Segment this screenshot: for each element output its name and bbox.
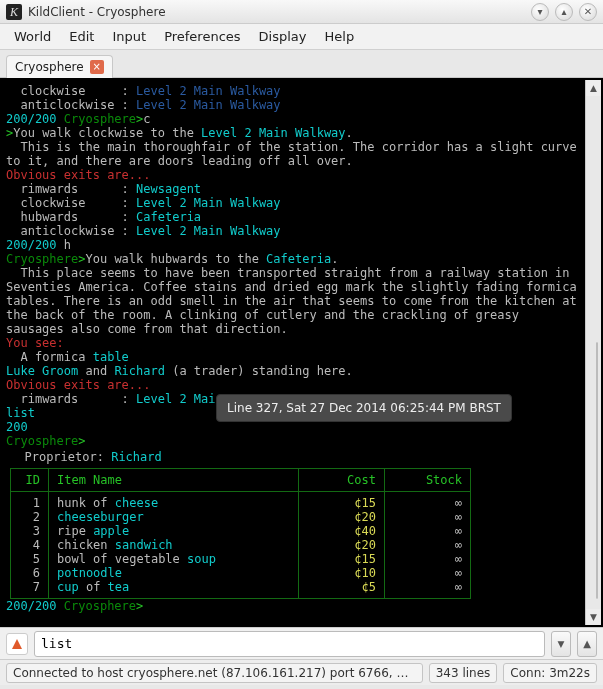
app-icon: K (6, 4, 22, 20)
table-row: 6potnoodle¢10∞ (11, 566, 471, 580)
close-button[interactable]: ✕ (579, 3, 597, 21)
menu-edit[interactable]: Edit (61, 26, 102, 47)
tab-label: Cryosphere (15, 60, 84, 74)
titlebar: K KildClient - Cryosphere ▾ ▴ ✕ (0, 0, 603, 24)
maximize-button[interactable]: ▴ (555, 3, 573, 21)
table-row: 3ripe apple¢40∞ (11, 524, 471, 538)
status-connection: Connected to host cryosphere.net (87.106… (6, 663, 423, 683)
table-row: 1hunk of cheese¢15∞ (11, 492, 471, 511)
scroll-down-icon[interactable]: ▼ (586, 609, 601, 625)
table-row: 7cup of tea¢5∞ (11, 580, 471, 599)
inputbar: ▼ ▲ (0, 627, 603, 659)
send-button[interactable]: ▲ (577, 631, 597, 657)
table-row: 2cheeseburger¢20∞ (11, 510, 471, 524)
history-dropdown[interactable]: ▼ (551, 631, 571, 657)
window-title: KildClient - Cryosphere (28, 5, 525, 19)
command-input[interactable] (34, 631, 545, 657)
statusbar: Connected to host cryosphere.net (87.106… (0, 659, 603, 685)
menu-preferences[interactable]: Preferences (156, 26, 248, 47)
tab-cryosphere[interactable]: Cryosphere × (6, 55, 113, 78)
menu-help[interactable]: Help (317, 26, 363, 47)
table-row: 4chicken sandwich¢20∞ (11, 538, 471, 552)
menu-input[interactable]: Input (104, 26, 154, 47)
world-icon[interactable] (6, 633, 28, 655)
terminal[interactable]: clockwise : Level 2 Main Walkway anticlo… (2, 80, 585, 625)
line-tooltip: Line 327, Sat 27 Dec 2014 06:25:44 PM BR… (216, 394, 512, 422)
minimize-button[interactable]: ▾ (531, 3, 549, 21)
menubar: World Edit Input Preferences Display Hel… (0, 24, 603, 50)
tabbar: Cryosphere × (0, 50, 603, 78)
scrollbar[interactable]: ▲ ▼ (585, 80, 601, 625)
scroll-up-icon[interactable]: ▲ (586, 80, 601, 96)
table-row: 5bowl of vegetable soup¢15∞ (11, 552, 471, 566)
shop-table: IDItem NameCostStock1hunk of cheese¢15∞2… (10, 468, 471, 599)
terminal-container: clockwise : Level 2 Main Walkway anticlo… (0, 78, 603, 627)
status-conn-time: Conn: 3m22s (503, 663, 597, 683)
status-lines: 343 lines (429, 663, 498, 683)
scrollbar-thumb[interactable] (596, 342, 598, 599)
menu-world[interactable]: World (6, 26, 59, 47)
close-icon[interactable]: × (90, 60, 104, 74)
menu-display[interactable]: Display (251, 26, 315, 47)
